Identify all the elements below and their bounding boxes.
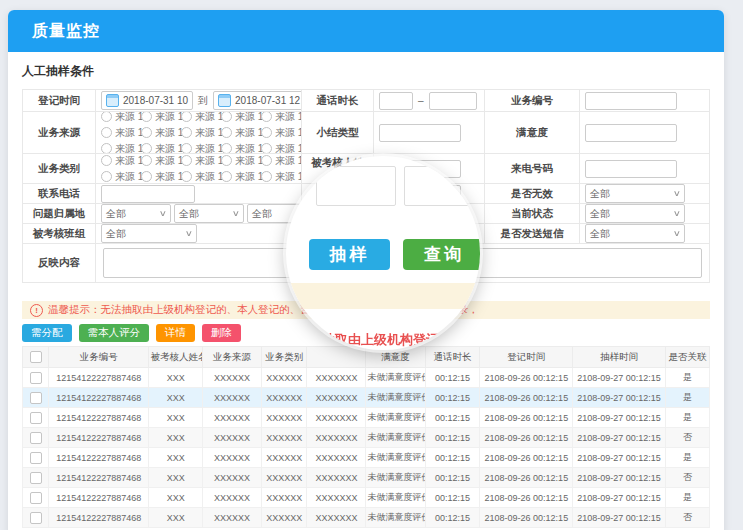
issue-region-select-2[interactable]: 全部∨ (174, 204, 244, 223)
biz-category-option[interactable]: 来源 1 (101, 170, 141, 184)
biz-source-option[interactable]: 来源 1 (181, 142, 221, 155)
radio-icon[interactable] (141, 155, 152, 166)
radio-icon[interactable] (181, 155, 192, 166)
biz-no-input[interactable] (585, 92, 677, 110)
biz-category-option[interactable]: 来源 1 (181, 170, 221, 184)
row-checkbox[interactable] (30, 372, 42, 384)
radio-icon[interactable] (261, 143, 272, 154)
contact-phone-input[interactable] (101, 185, 195, 203)
radio-icon[interactable] (221, 155, 232, 166)
biz-source-option[interactable]: 来源 1 (261, 112, 301, 124)
radio-icon[interactable] (141, 127, 152, 138)
radio-icon[interactable] (261, 127, 272, 138)
select-all-checkbox[interactable] (30, 351, 42, 363)
cell-sample-time: 2108-09-27 00:12:15 (573, 428, 666, 448)
biz-source-option[interactable]: 来源 1 (221, 142, 261, 155)
radio-icon[interactable] (181, 127, 192, 138)
cell-linked: 否 (665, 508, 709, 528)
section-title: 人工抽样条件 (22, 63, 710, 80)
query-button[interactable]: 查询 (403, 239, 480, 270)
biz-source-option[interactable]: 来源 1 (261, 142, 301, 155)
biz-source-option[interactable]: 来源 1 (101, 126, 141, 140)
radio-icon[interactable] (261, 171, 272, 182)
biz-source-option[interactable]: 来源 1 (141, 142, 181, 155)
radio-icon[interactable] (181, 171, 192, 182)
biz-source-option[interactable]: 来源 1 (101, 112, 141, 124)
assessed-team-select[interactable]: 全部∨ (101, 224, 197, 243)
biz-category-option[interactable]: 来源 1 (261, 170, 301, 184)
biz-category-option[interactable]: 来源 1 (141, 170, 181, 184)
biz-category-option[interactable]: 来源 1 (261, 154, 301, 168)
biz-source-option[interactable]: 来源 1 (141, 126, 181, 140)
biz-source-option[interactable]: 来源 1 (261, 126, 301, 140)
cell-subtype: XXXXXXX (307, 428, 366, 448)
detail-button[interactable]: 详情 (156, 324, 195, 342)
cell-sample-time: 2108-09-27 00:12:15 (573, 508, 666, 528)
table-row[interactable]: 12154122227887468 XXX XXXXXX XXXXXX XXXX… (23, 488, 710, 508)
table-row[interactable]: 12154122227887468 XXX XXXXXX XXXXXX XXXX… (23, 448, 710, 468)
biz-source-option[interactable]: 来源 1 (221, 126, 261, 140)
radio-icon[interactable] (181, 143, 192, 154)
caller-no-input[interactable] (585, 160, 677, 178)
call-duration-max-input[interactable] (429, 92, 477, 110)
radio-icon[interactable] (141, 171, 152, 182)
biz-category-option[interactable]: 来源 1 (141, 154, 181, 168)
delete-button[interactable]: 删除 (202, 324, 241, 342)
table-row[interactable]: 12154122227887468 XXX XXXXXX XXXXXX XXXX… (23, 428, 710, 448)
cell-biz-no: 12154122227887468 (49, 468, 149, 488)
row-checkbox[interactable] (30, 452, 42, 464)
radio-icon[interactable] (101, 127, 112, 138)
table-row[interactable]: 12154122227887468 XXX XXXXXX XXXXXX XXXX… (23, 408, 710, 428)
invalid-select[interactable]: 全部∨ (585, 184, 685, 203)
radio-icon[interactable] (101, 155, 112, 166)
summary-type-input[interactable] (379, 124, 461, 142)
sms-sent-select[interactable]: 全部∨ (585, 224, 685, 243)
radio-icon[interactable] (221, 127, 232, 138)
biz-category-option[interactable]: 来源 1 (181, 154, 221, 168)
radio-icon[interactable] (181, 112, 192, 122)
radio-icon[interactable] (101, 112, 112, 122)
biz-category-option[interactable]: 来源 1 (101, 154, 141, 168)
sample-button[interactable]: 抽样 (309, 239, 390, 270)
cell-biz-no: 12154122227887468 (49, 488, 149, 508)
radio-icon[interactable] (141, 143, 152, 154)
table-row[interactable]: 12154122227887468 XXX XXXXXX XXXXXX XXXX… (23, 468, 710, 488)
radio-icon[interactable] (101, 143, 112, 154)
row-checkbox[interactable] (30, 512, 42, 524)
radio-icon[interactable] (221, 112, 232, 122)
self-score-button[interactable]: 需本人评分 (79, 324, 150, 342)
reassign-button[interactable]: 需分配 (22, 324, 72, 342)
reg-time-to-input[interactable]: 2018-07-31 12 (213, 91, 301, 110)
radio-icon[interactable] (101, 171, 112, 182)
biz-source-option[interactable]: 来源 1 (221, 112, 261, 124)
biz-source-option[interactable]: 来源 1 (101, 142, 141, 155)
biz-source-option[interactable]: 来源 1 (181, 112, 221, 124)
row-checkbox[interactable] (30, 432, 42, 444)
radio-icon[interactable] (141, 112, 152, 122)
biz-source-option[interactable]: 来源 1 (141, 112, 181, 124)
row-checkbox[interactable] (30, 492, 42, 504)
row-checkbox[interactable] (30, 412, 42, 424)
row-checkbox[interactable] (30, 392, 42, 404)
cell-subtype: XXXXXXX (307, 488, 366, 508)
reg-time-from-input[interactable]: 2018-07-31 10 (101, 91, 193, 110)
biz-category-option[interactable]: 来源 1 (221, 170, 261, 184)
radio-icon[interactable] (221, 171, 232, 182)
table-row[interactable]: 12154122227887468 XXX XXXXXX XXXXXX XXXX… (23, 508, 710, 528)
radio-icon[interactable] (261, 155, 272, 166)
call-duration-min-input[interactable] (379, 92, 413, 110)
radio-icon[interactable] (221, 143, 232, 154)
row-checkbox[interactable] (30, 472, 42, 484)
biz-category-option[interactable]: 来源 1 (221, 154, 261, 168)
current-status-select[interactable]: 全部∨ (585, 204, 685, 223)
cell-sample-time: 2108-09-27 00:12:15 (573, 488, 666, 508)
table-row[interactable]: 12154122227887468 XXX XXXXXX XXXXXX XXXX… (23, 368, 710, 388)
table-row[interactable]: 12154122227887468 XXX XXXXXX XXXXXX XXXX… (23, 388, 710, 408)
satisfaction-input[interactable] (585, 124, 677, 142)
cell-linked: 是 (665, 368, 709, 388)
col-reg-time: 登记时间 (480, 347, 573, 368)
cell-duration: 00:12:15 (425, 428, 480, 448)
radio-icon[interactable] (261, 112, 272, 122)
biz-source-option[interactable]: 来源 1 (181, 126, 221, 140)
issue-region-select-1[interactable]: 全部∨ (101, 204, 171, 223)
